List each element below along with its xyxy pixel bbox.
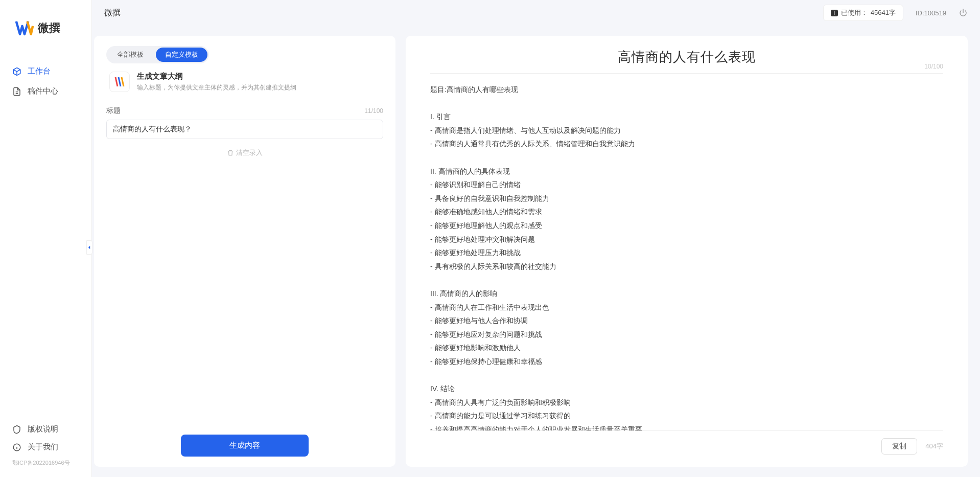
generate-button[interactable]: 生成内容 (181, 435, 309, 457)
template-icon (109, 72, 130, 92)
page-title: 微撰 (104, 8, 121, 18)
output-header: 高情商的人有什么表现 10/100 (430, 48, 943, 74)
usage-badge-icon: T (831, 10, 838, 16)
title-field-group: 标题 11/100 (106, 106, 383, 139)
output-panel: 高情商的人有什么表现 10/100 题目:高情商的人有哪些表现 I. 引言 - … (406, 36, 968, 467)
clear-label: 清空录入 (236, 148, 263, 157)
sidebar-collapse-handle[interactable] (86, 240, 92, 255)
usage-value: 45641字 (871, 8, 896, 17)
title-label: 标题 (106, 106, 121, 116)
nav-about[interactable]: 关于我们 (0, 438, 91, 456)
logo[interactable]: 微撰 (0, 0, 91, 51)
template-title: 生成文章大纲 (137, 72, 296, 81)
tab-all-templates[interactable]: 全部模板 (108, 48, 153, 62)
usage-prefix: 已使用： (841, 8, 868, 17)
output-word-count: 404字 (925, 442, 943, 451)
logo-icon (15, 20, 34, 36)
editor-panel: 全部模板 自定义模板 生成文章大纲 输入标题，为你提供文章主体的灵感，并为其创建… (94, 36, 395, 467)
power-icon[interactable] (959, 8, 968, 17)
template-card: 生成文章大纲 输入标题，为你提供文章主体的灵感，并为其创建推文提纲 (106, 63, 383, 101)
nav-label: 工作台 (28, 66, 51, 76)
user-id: ID:100519 (916, 9, 946, 17)
template-tabs: 全部模板 自定义模板 (106, 46, 209, 63)
cube-icon (12, 67, 21, 76)
nav: 工作台 稿件中心 (0, 51, 91, 420)
output-title: 高情商的人有什么表现 (618, 48, 756, 66)
nav-drafts[interactable]: 稿件中心 (0, 81, 91, 101)
topbar: 微撰 T 已使用： 45641字 ID:100519 (92, 0, 980, 26)
copy-button[interactable]: 复制 (881, 438, 917, 455)
trash-icon (227, 149, 234, 156)
nav-label: 版权说明 (28, 424, 58, 434)
logo-text: 微撰 (38, 20, 60, 36)
output-footer: 复制 404字 (430, 430, 943, 455)
document-icon (12, 87, 21, 96)
info-icon (12, 443, 21, 452)
output-header-count: 10/100 (924, 63, 943, 70)
sidebar: 微撰 工作台 稿件中心 版权说明 (0, 0, 92, 477)
nav-copyright[interactable]: 版权说明 (0, 420, 91, 438)
title-char-count: 11/100 (364, 107, 383, 115)
clear-input-button[interactable]: 清空录入 (106, 148, 383, 157)
nav-label: 关于我们 (28, 442, 58, 452)
main: 微撰 T 已使用： 45641字 ID:100519 全部模板 自定义模板 (92, 0, 980, 477)
title-input[interactable] (106, 120, 383, 139)
shield-icon (12, 425, 21, 434)
nav-workbench[interactable]: 工作台 (0, 61, 91, 81)
output-body[interactable]: 题目:高情商的人有哪些表现 I. 引言 - 高情商是指人们处理情绪、与他人互动以… (430, 74, 943, 430)
icp-text: 鄂ICP备2022016946号 (0, 456, 91, 471)
usage-indicator[interactable]: T 已使用： 45641字 (823, 5, 903, 21)
tab-custom-templates[interactable]: 自定义模板 (156, 48, 207, 62)
sidebar-footer: 版权说明 关于我们 鄂ICP备2022016946号 (0, 420, 91, 477)
template-desc: 输入标题，为你提供文章主体的灵感，并为其创建推文提纲 (137, 83, 296, 92)
nav-label: 稿件中心 (28, 86, 58, 96)
